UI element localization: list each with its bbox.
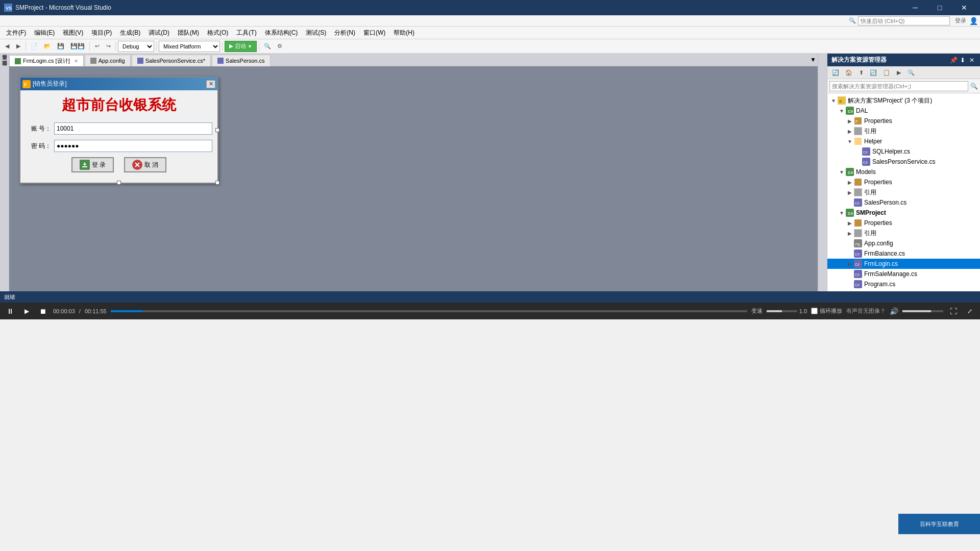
tree-toggle-dal-helper[interactable]: ▼ — [846, 139, 854, 144]
tree-dal-sps[interactable]: ▶ C# SalesPersonService.cs — [827, 157, 980, 167]
tab-close-frmlogin[interactable]: ✕ — [74, 58, 78, 64]
panel-expand-button[interactable]: ⬇ — [959, 56, 967, 64]
menu-window[interactable]: 窗口(W) — [359, 28, 389, 38]
menu-analyze[interactable]: 分析(N) — [330, 28, 359, 38]
tree-dal[interactable]: ▼ C# DAL — [827, 106, 980, 116]
fullscreen-button[interactable]: ⛶ — [947, 305, 960, 317]
open-file-button[interactable]: 📂 — [41, 41, 54, 52]
solution-search-input[interactable] — [829, 81, 968, 91]
tree-toggle-frmlogin[interactable]: ▶ — [846, 261, 854, 267]
menu-architecture[interactable]: 体系结构(C) — [261, 28, 302, 38]
designer-surface[interactable]: F [销售员登录] ✕ 超市前台收银系统 账 号： — [9, 66, 818, 291]
resize-bottom-right[interactable] — [215, 181, 219, 185]
undo-button[interactable]: ↩ — [92, 41, 102, 52]
platform-dropdown[interactable]: Mixed Platform x86 x64 — [159, 41, 220, 52]
tree-smp-references[interactable]: ▶ 引用 — [827, 228, 980, 238]
login-link[interactable]: 登录 — [955, 17, 966, 24]
solution-tree[interactable]: ▼ S 解决方案'SMProject' (3 个项目) ▼ C# DAL ▶ P — [827, 93, 980, 291]
menu-build[interactable]: 生成(B) — [116, 28, 144, 38]
new-file-button[interactable]: 📄 — [28, 41, 40, 52]
se-toolbar-btn-2[interactable]: 🏠 — [843, 67, 855, 78]
resize-bottom-center[interactable] — [117, 181, 121, 185]
login-button[interactable]: 登 录 — [71, 157, 114, 172]
tree-dal-properties[interactable]: ▶ P Properties — [827, 116, 980, 126]
tree-smp-frmsalemanage[interactable]: ▶ C# FrmSaleManage.cs — [827, 269, 980, 279]
menu-help[interactable]: 帮助(H) — [389, 28, 419, 38]
tree-models-salesperson[interactable]: ▶ C# SalesPerson.cs — [827, 197, 980, 208]
loop-checkbox-wrap[interactable]: 循环播放 — [811, 307, 842, 315]
tab-salesperson[interactable]: SalesPerson.cs — [212, 55, 270, 66]
menu-tools[interactable]: 工具(T) — [232, 28, 260, 38]
tree-toggle-smp-refs[interactable]: ▶ — [846, 231, 854, 236]
expand-button[interactable]: ⤢ — [964, 305, 976, 317]
form-designer[interactable]: F [销售员登录] ✕ 超市前台收银系统 账 号： — [19, 77, 218, 184]
save-button[interactable]: 💾 — [55, 41, 67, 52]
tree-toggle-dal-props[interactable]: ▶ — [846, 118, 854, 124]
tree-toggle-smproject[interactable]: ▼ — [838, 210, 846, 216]
menu-edit[interactable]: 编辑(E) — [30, 28, 59, 38]
tab-app-config[interactable]: App.config — [85, 55, 131, 66]
tree-smp-properties[interactable]: ▶ Properties — [827, 218, 980, 228]
volume-slider[interactable] — [902, 310, 943, 312]
close-button[interactable]: ✕ — [952, 0, 976, 15]
se-toolbar-btn-3[interactable]: ⬆ — [856, 67, 866, 78]
tab-overflow-button[interactable]: ▼ — [808, 54, 818, 66]
tree-smp-frmbalance[interactable]: ▶ C# FrmBalance.cs — [827, 248, 980, 259]
tree-models-properties[interactable]: ▶ Properties — [827, 177, 980, 187]
menu-test[interactable]: 测试(S) — [302, 28, 330, 38]
vert-tab-2[interactable]: 服务器 — [0, 61, 9, 67]
toolbar-extra-1[interactable]: 🔍 — [261, 41, 274, 52]
config-dropdown[interactable]: Debug Release — [118, 41, 154, 52]
vert-tab-toolbox[interactable]: 工具箱 — [0, 55, 9, 61]
speed-slider[interactable] — [767, 310, 797, 312]
progress-bar[interactable] — [111, 310, 747, 312]
password-input[interactable] — [54, 140, 212, 152]
tree-solution-root[interactable]: ▼ S 解决方案'SMProject' (3 个项目) — [827, 95, 980, 106]
run-button[interactable]: 启动 ▼ — [225, 41, 257, 52]
tree-sqlhelper[interactable]: ▶ C# SQLHelper.cs — [827, 146, 980, 157]
config-dropdown-wrap[interactable]: Debug Release — [118, 41, 154, 52]
form-title-bar[interactable]: F [销售员登录] ✕ — [20, 78, 217, 90]
tree-toggle-solution[interactable]: ▼ — [829, 98, 838, 104]
platform-dropdown-wrap[interactable]: Mixed Platform x86 x64 — [159, 41, 220, 52]
run-dropdown-arrow[interactable]: ▼ — [248, 44, 252, 49]
se-toolbar-btn-7[interactable]: 🔍 — [905, 67, 917, 78]
stop-button[interactable]: ⏹ — [37, 305, 49, 317]
back-button[interactable]: ◀ — [2, 41, 12, 52]
loop-checkbox[interactable] — [811, 308, 818, 314]
tree-dal-helper[interactable]: ▼ Helper — [827, 136, 980, 146]
toolbar-extra-2[interactable]: ⚙ — [275, 41, 285, 52]
menu-format[interactable]: 格式(O) — [203, 28, 232, 38]
menu-view[interactable]: 视图(V) — [59, 28, 87, 38]
minimize-button[interactable]: ─ — [903, 0, 927, 15]
forward-button[interactable]: ▶ — [13, 41, 23, 52]
cancel-button[interactable]: 取 消 — [124, 157, 166, 172]
tree-smp-frmlogin[interactable]: ▶ C# FrmLogin.cs — [827, 259, 980, 269]
redo-button[interactable]: ↪ — [103, 41, 113, 52]
maximize-button[interactable]: □ — [928, 0, 951, 15]
vert-tab-3[interactable]: 数据源 — [0, 67, 9, 73]
tree-dal-references[interactable]: ▶ 引用 — [827, 126, 980, 136]
tree-toggle-models-refs[interactable]: ▶ — [846, 190, 854, 195]
menu-debug[interactable]: 调试(D) — [144, 28, 174, 38]
se-toolbar-btn-4[interactable]: 🔃 — [867, 67, 879, 78]
menu-team[interactable]: 团队(M) — [174, 28, 203, 38]
tree-toggle-models-props[interactable]: ▶ — [846, 180, 854, 185]
cursor-button[interactable]: ▶ — [20, 305, 33, 317]
save-all-button[interactable]: 💾💾 — [68, 41, 87, 52]
se-toolbar-btn-5[interactable]: 📋 — [880, 67, 893, 78]
menu-file[interactable]: 文件(F) — [2, 28, 30, 38]
se-toolbar-btn-6[interactable]: ▶ — [894, 67, 904, 78]
form-close-button[interactable]: ✕ — [206, 80, 215, 88]
se-toolbar-btn-1[interactable]: 🔄 — [829, 67, 842, 78]
tree-smproject[interactable]: ▼ C# SMProject — [827, 208, 980, 218]
panel-pin-button[interactable]: 📌 — [949, 56, 958, 64]
quick-launch-input[interactable] — [858, 16, 950, 26]
tree-toggle-smp-props[interactable]: ▶ — [846, 220, 854, 226]
resize-right-center[interactable] — [215, 128, 219, 132]
tab-frmlogin-design[interactable]: FrmLogin.cs [设计] ✕ — [9, 55, 84, 67]
panel-close-button[interactable]: ✕ — [968, 56, 976, 64]
tree-toggle-dal-refs[interactable]: ▶ — [846, 129, 854, 134]
tree-smp-program[interactable]: ▶ C# Program.cs — [827, 279, 980, 289]
vert-tab-right-1[interactable]: 属性 — [818, 55, 827, 61]
